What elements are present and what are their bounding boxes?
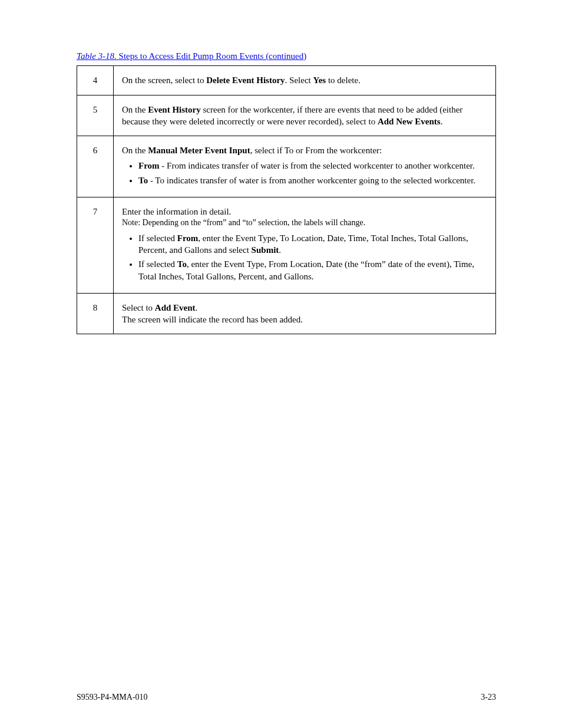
- table-row: 7Enter the information in detail.Note: D…: [77, 197, 496, 293]
- footer-doc-id: S9593-P4-MMA-010: [77, 692, 148, 703]
- step-number-cell: 4: [77, 66, 114, 95]
- step-number-cell: 6: [77, 136, 114, 197]
- step-description-cell: Select to Add Event.The screen will indi…: [114, 293, 496, 334]
- table-row: 4On the screen, select to Delete Event H…: [77, 66, 496, 95]
- page-footer: S9593-P4-MMA-010 3-23: [77, 692, 496, 703]
- document-page: Table 3-18. Steps to Access Edit Pump Ro…: [0, 0, 562, 728]
- footer-page-number: 3-23: [481, 692, 496, 703]
- step-number-cell: 8: [77, 293, 114, 334]
- step-description-cell: Enter the information in detail.Note: De…: [114, 197, 496, 293]
- step-description-cell: On the Manual Meter Event Input, select …: [114, 136, 496, 197]
- table-row: 8Select to Add Event.The screen will ind…: [77, 293, 496, 334]
- step-description-cell: On the screen, select to Delete Event Hi…: [114, 66, 496, 95]
- table-title-prefix: Table 3-18.: [77, 51, 117, 61]
- table-row: 6On the Manual Meter Event Input, select…: [77, 136, 496, 197]
- table-title: Table 3-18. Steps to Access Edit Pump Ro…: [77, 50, 496, 62]
- table-row: 5On the Event History screen for the wor…: [77, 95, 496, 136]
- steps-table: 4On the screen, select to Delete Event H…: [77, 65, 496, 334]
- step-description-cell: On the Event History screen for the work…: [114, 95, 496, 136]
- step-number-cell: 5: [77, 95, 114, 136]
- table-title-text: Steps to Access Edit Pump Room Events (c…: [117, 51, 306, 61]
- step-number-cell: 7: [77, 197, 114, 293]
